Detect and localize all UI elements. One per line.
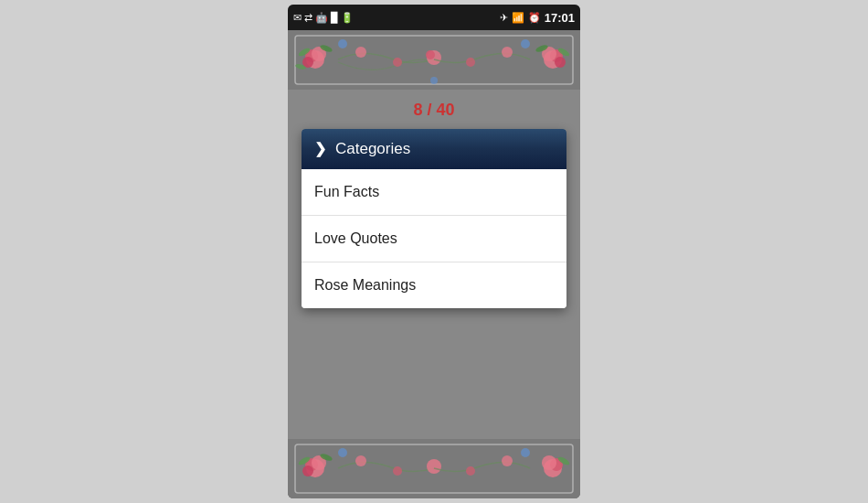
menu-item-rose-meanings[interactable]: Rose Meanings <box>302 262 566 308</box>
status-bar: ✉ ⇄ 🤖 ▉ 🔋 ✈ 📶 ⏰ 17:01 <box>288 5 580 30</box>
svg-point-32 <box>355 455 366 466</box>
android-icon: 🤖 <box>315 12 328 24</box>
menu-list: Fun Facts Love Quotes Rose Meanings <box>302 169 566 308</box>
dropdown-container: ❯ Categories Fun Facts Love Quotes Rose … <box>302 129 566 308</box>
svg-point-35 <box>502 455 513 466</box>
rose-meanings-label: Rose Meanings <box>314 277 416 293</box>
status-left-icons: ✉ ⇄ 🤖 ▉ 🔋 <box>293 12 354 24</box>
svg-point-23 <box>430 77 438 84</box>
alarm-icon: ⏰ <box>528 12 541 24</box>
menu-item-fun-facts[interactable]: Fun Facts <box>302 169 566 216</box>
svg-point-39 <box>542 455 556 470</box>
svg-point-21 <box>338 39 347 48</box>
svg-point-36 <box>466 466 475 476</box>
love-quotes-label: Love Quotes <box>314 230 397 246</box>
email-icon: ✉ <box>293 12 302 24</box>
clock-display: 17:01 <box>545 11 575 25</box>
main-content: 8 / 40 ❯ Categories Fun Facts Love Quote… <box>288 30 580 498</box>
categories-label: Categories <box>335 140 410 158</box>
menu-item-love-quotes[interactable]: Love Quotes <box>302 216 566 262</box>
chevron-right-icon: ❯ <box>314 142 326 156</box>
svg-point-14 <box>466 58 475 67</box>
svg-point-22 <box>521 39 530 48</box>
svg-point-42 <box>521 448 530 457</box>
status-right: ✈ 📶 ⏰ 17:01 <box>500 11 575 25</box>
svg-point-18 <box>555 57 566 68</box>
phone-frame: ✉ ⇄ 🤖 ▉ 🔋 ✈ 📶 ⏰ 17:01 <box>288 5 580 498</box>
battery-icon: 🔋 <box>341 12 354 24</box>
svg-point-12 <box>426 50 435 59</box>
svg-point-13 <box>502 47 513 58</box>
rose-border-bottom <box>288 439 580 498</box>
svg-point-29 <box>302 466 313 476</box>
airplane-icon: ✈ <box>500 12 508 24</box>
counter-display: 8 / 40 <box>413 101 454 120</box>
wifi-icon: 📶 <box>512 12 524 24</box>
svg-point-9 <box>355 47 366 58</box>
counter-area: 8 / 40 <box>413 90 454 129</box>
svg-point-10 <box>393 58 402 67</box>
svg-point-41 <box>338 448 347 457</box>
categories-header[interactable]: ❯ Categories <box>302 129 566 169</box>
fun-facts-label: Fun Facts <box>314 184 379 199</box>
sync-icon: ⇄ <box>304 12 312 24</box>
svg-point-33 <box>393 466 402 476</box>
svg-point-34 <box>427 459 441 474</box>
signal-icon: ▉ <box>331 12 338 24</box>
rose-border-top <box>288 30 580 90</box>
